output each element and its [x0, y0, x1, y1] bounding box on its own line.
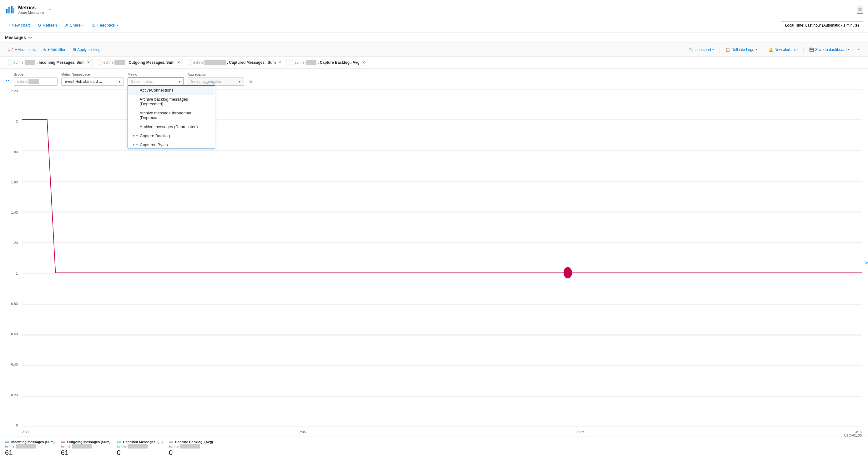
- metric-pill-3[interactable]: evhns-████ , Capture Backlog., Avg ✕: [286, 59, 368, 66]
- toolbar-right: Local Time: Last hour (Automatic - 1 min…: [781, 21, 863, 29]
- y-label-8: 0.60: [11, 332, 18, 336]
- svg-rect-2: [11, 6, 12, 13]
- separator-3: [803, 46, 804, 53]
- separator-1: [719, 46, 720, 53]
- line-chart-button[interactable]: 📉 Line chart ▾: [685, 46, 717, 53]
- legend-value-2: 0: [117, 449, 163, 457]
- dropdown-item-label-0: ActiveConnections: [140, 88, 174, 93]
- save-dashboard-icon: 💾: [809, 47, 814, 52]
- share-icon: ↗: [64, 23, 68, 28]
- scope-input[interactable]: evhns-████: [14, 77, 58, 86]
- close-button[interactable]: ✕: [857, 6, 863, 14]
- legend-resource-2: evhns- ████████: [117, 445, 163, 448]
- legend-value-3: 0: [169, 449, 213, 457]
- add-metric-button[interactable]: 📈 + Add metric: [5, 46, 39, 54]
- y-label-1: 2: [16, 119, 18, 123]
- metric-pill-2[interactable]: evhns-████████ , Captured Messages., Sum…: [185, 59, 284, 66]
- dropdown-item-1[interactable]: Archive backlog messages (Deprecated): [128, 95, 215, 108]
- legend-resource-3: evhns- ████████: [169, 445, 213, 448]
- dropdown-item-3[interactable]: Archive messages (Deprecated): [128, 122, 215, 131]
- refresh-button[interactable]: ↻ Refresh: [34, 21, 60, 29]
- legend-name-3: Capture Backlog. (Avg): [175, 440, 213, 444]
- aggregation-placeholder: Select aggregation: [191, 79, 222, 84]
- chart-nav-left[interactable]: <: [0, 260, 0, 266]
- new-alert-rule-button[interactable]: 🔔 New alert rule: [766, 46, 801, 53]
- add-metric-icon: 📈: [8, 47, 13, 52]
- time-selector-button[interactable]: Local Time: Last hour (Automatic - 1 min…: [781, 21, 863, 29]
- apply-splitting-button[interactable]: ⊞ Apply splitting: [70, 46, 103, 53]
- pill-close-3[interactable]: ✕: [362, 60, 365, 65]
- pill-metric-3: , Capture Backlog., Avg: [318, 60, 360, 65]
- chart-more-button[interactable]: ···: [854, 45, 863, 54]
- apply-splitting-label: Apply splitting: [77, 47, 100, 52]
- pill-resource-2: evhns-████████: [193, 60, 226, 65]
- metric-placeholder: Select metric: [131, 79, 153, 84]
- new-chart-label: + New chart: [8, 23, 30, 28]
- dropdown-item-label-4: Capture Backlog.: [140, 133, 171, 138]
- pill-close-2[interactable]: ✕: [278, 60, 281, 65]
- save-dashboard-button[interactable]: 💾 Save to dashboard ▾: [806, 46, 853, 53]
- svg-rect-0: [6, 9, 7, 13]
- delete-row-button[interactable]: ✕: [248, 77, 254, 86]
- legend-item-2: Captured Messages. (...) evhns- ████████…: [117, 440, 163, 457]
- chart-title-bar: Messages ✏: [0, 33, 868, 43]
- svg-rect-6: [188, 61, 192, 64]
- dropdown-item-label-3: Archive messages (Deprecated): [140, 124, 198, 129]
- dropdown-item-4[interactable]: ✦✦ Capture Backlog.: [128, 131, 215, 140]
- scope-sparkline-icon[interactable]: 〰: [5, 78, 10, 84]
- y-label-5: 1.20: [11, 241, 18, 245]
- pill-chart-icon-2: [188, 60, 192, 65]
- legend-name-2: Captured Messages. (...): [123, 440, 163, 444]
- app-subtitle: Azure Monitoring: [18, 11, 44, 14]
- dropdown-list: ActiveConnections Archive backlog messag…: [128, 86, 215, 148]
- x-label-1: 2:45: [299, 430, 306, 434]
- scope-label: Scope: [14, 72, 58, 76]
- title-bar-left: Metrics Azure Monitoring ···: [5, 5, 52, 15]
- toolbar: + New chart ↻ Refresh ↗ Share ▾ ☺ Feedba…: [0, 18, 868, 33]
- dropdown-item-icon-4: ✦✦: [132, 134, 137, 138]
- dropdown-item-0[interactable]: ActiveConnections: [128, 86, 215, 95]
- main-content: + New chart ↻ Refresh ↗ Share ▾ ☺ Feedba…: [0, 18, 868, 460]
- namespace-select[interactable]: Event Hub standard ... ▾: [61, 77, 124, 86]
- line-chart-label: Line chart: [694, 47, 711, 52]
- aggregation-chevron-icon: ▾: [239, 80, 241, 84]
- legend-item-3: Capture Backlog. (Avg) evhns- ████████ 0: [169, 440, 213, 457]
- legend-color-3: [169, 441, 173, 442]
- chart-nav-right[interactable]: >: [865, 260, 868, 266]
- aggregation-select[interactable]: Select aggregation ▾: [188, 77, 244, 86]
- legend-color-2: [117, 441, 121, 442]
- metric-pills: evhns-████ , Incoming Messages, Sum ✕ ev…: [0, 57, 868, 69]
- dropdown-item-2[interactable]: Archive message throughput (Deprecat...: [128, 108, 215, 122]
- dropdown-item-5[interactable]: ✦✦ Captured Bytes.: [128, 140, 215, 148]
- metric-pill-1[interactable]: evhns-████ , Outgoing Messages, Sum ✕: [95, 59, 183, 66]
- drill-into-logs-button[interactable]: 📋 Drill into Logs ▾: [722, 46, 760, 53]
- legend-header-2: Captured Messages. (...): [117, 440, 163, 444]
- pill-close-0[interactable]: ✕: [87, 60, 90, 65]
- feedback-label: Feedback: [97, 23, 115, 28]
- chart-toolbar-right: 📉 Line chart ▾ 📋 Drill into Logs ▾ 🔔 New…: [685, 45, 863, 54]
- legend-area: Incoming Messages (Sum) evhns- ████████ …: [0, 436, 868, 460]
- toolbar-left: + New chart ↻ Refresh ↗ Share ▾ ☺ Feedba…: [5, 21, 121, 29]
- app-title: Metrics: [18, 5, 44, 11]
- y-label-7: 0.80: [11, 302, 18, 306]
- legend-color-0: [5, 441, 9, 442]
- pill-metric-0: , Incoming Messages, Sum: [37, 60, 85, 65]
- new-chart-button[interactable]: + New chart: [5, 21, 33, 29]
- dropdown-item-label-2: Archive message throughput (Deprecat...: [140, 111, 211, 120]
- legend-resource-0: evhns- ████████: [5, 445, 55, 448]
- drill-logs-icon: 📋: [725, 47, 730, 52]
- aggregation-label: Aggregation: [188, 72, 244, 76]
- share-button[interactable]: ↗ Share ▾: [61, 21, 87, 29]
- y-label-6: 1: [16, 271, 18, 275]
- feedback-button[interactable]: ☺ Feedback ▾: [88, 21, 121, 29]
- chart-section: Messages ✏ 📈 + Add metric ⊕ + Add filter…: [0, 33, 868, 460]
- line-chart-chevron-icon: ▾: [712, 48, 714, 51]
- title-more-button[interactable]: ···: [47, 7, 51, 12]
- namespace-group: Metric Namespace Event Hub standard ... …: [61, 72, 124, 86]
- feedback-chevron-icon: ▾: [117, 24, 118, 27]
- edit-title-icon[interactable]: ✏: [28, 35, 32, 40]
- add-filter-button[interactable]: ⊕ + Add filter: [40, 46, 68, 53]
- pill-close-1[interactable]: ✕: [177, 60, 180, 65]
- metric-select[interactable]: Select metric ▾: [128, 77, 184, 85]
- metric-pill-0[interactable]: evhns-████ , Incoming Messages, Sum ✕: [5, 59, 93, 66]
